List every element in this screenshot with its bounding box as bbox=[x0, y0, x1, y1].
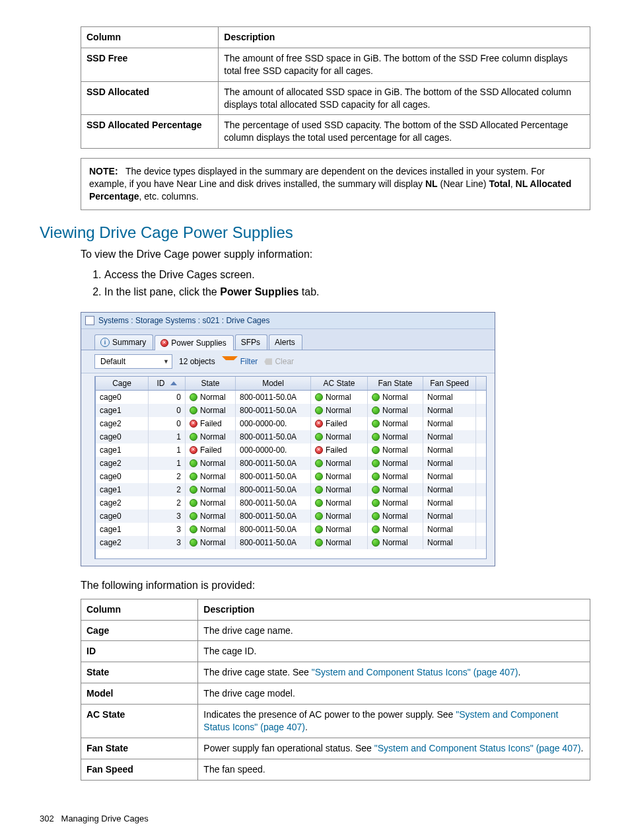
cell-fan-state: Normal bbox=[368, 443, 423, 457]
cell-ac-state: Normal bbox=[311, 391, 368, 404]
note-label: NOTE: bbox=[89, 166, 118, 176]
ok-icon bbox=[315, 393, 323, 401]
header-state: State bbox=[186, 377, 236, 390]
power-supply-grid: Cage ID State Model AC State Fan State F… bbox=[94, 376, 487, 559]
section-title: Viewing Drive Cage Power Supplies bbox=[40, 223, 590, 242]
cell-cage: cage2 bbox=[96, 417, 149, 430]
filter-icon bbox=[222, 356, 238, 367]
window-title-bar: Systems : Storage Systems : s021 : Drive… bbox=[81, 313, 495, 329]
info-icon: i bbox=[100, 338, 110, 347]
cell-fan-speed: Normal bbox=[423, 536, 476, 549]
ok-icon bbox=[190, 459, 197, 467]
link-status-icons[interactable]: "System and Component Status Icons" (pag… bbox=[374, 743, 581, 753]
chevron-down-icon: ▼ bbox=[163, 358, 169, 365]
grid-header[interactable]: Cage ID State Model AC State Fan State F… bbox=[96, 377, 486, 391]
table-row[interactable]: cage10Normal800-0011-50.0ANormalNormalNo… bbox=[96, 404, 486, 417]
cell-fan-speed: Normal bbox=[423, 523, 476, 536]
intro-paragraph: To view the Drive Cage power supply info… bbox=[81, 247, 590, 262]
table-row[interactable]: cage01Normal800-0011-50.0ANormalNormalNo… bbox=[96, 430, 486, 443]
cell-state: Normal bbox=[186, 536, 236, 549]
cell-state: Normal bbox=[186, 404, 236, 417]
cell-ac-state: Normal bbox=[311, 536, 368, 549]
error-icon bbox=[190, 446, 197, 454]
tab-summary[interactable]: iSummary bbox=[94, 334, 153, 350]
tab-power-supplies[interactable]: Power Supplies bbox=[155, 335, 233, 350]
cell-state: Normal bbox=[186, 483, 236, 496]
cell-cage: cage1 bbox=[96, 483, 149, 496]
table-row[interactable]: cage20Failed000-0000-00.FailedNormalNorm… bbox=[96, 417, 486, 430]
cell-cage: cage0 bbox=[96, 391, 149, 404]
ok-icon bbox=[372, 393, 380, 401]
table-row[interactable]: cage23Normal800-0011-50.0ANormalNormalNo… bbox=[96, 536, 486, 549]
cell-state: Normal bbox=[186, 391, 236, 404]
table-row[interactable]: cage02Normal800-0011-50.0ANormalNormalNo… bbox=[96, 470, 486, 483]
tab-sfps[interactable]: SFPs bbox=[235, 334, 267, 350]
cell-fan-speed: Normal bbox=[423, 443, 476, 457]
header-fan-state: Fan State bbox=[368, 377, 423, 390]
step-1: Access the Drive Cages screen. bbox=[104, 267, 590, 283]
table-row[interactable]: cage11Failed000-0000-00.FailedNormalNorm… bbox=[96, 443, 486, 457]
clear-button[interactable]: Clear bbox=[264, 357, 294, 366]
ssd-columns-table: Column Description SSD FreeThe amount of… bbox=[81, 26, 590, 149]
cell-id: 2 bbox=[149, 496, 186, 510]
ok-icon bbox=[372, 512, 380, 520]
cell-model: 800-0011-50.0A bbox=[236, 496, 311, 510]
cell-id: 1 bbox=[149, 457, 186, 470]
ok-icon bbox=[315, 433, 323, 441]
ok-icon bbox=[372, 459, 380, 467]
cell-ac-state: Normal bbox=[311, 523, 368, 536]
cell-fan-speed: Normal bbox=[423, 470, 476, 483]
ok-icon bbox=[372, 486, 380, 494]
cell-fan-state: Normal bbox=[368, 430, 423, 443]
cell-state: Normal bbox=[186, 523, 236, 536]
cell-state: Failed bbox=[186, 443, 236, 457]
tab-alerts[interactable]: Alerts bbox=[269, 334, 302, 350]
table-row: Fan SpeedThe fan speed. bbox=[81, 759, 590, 780]
ok-icon bbox=[315, 486, 323, 494]
header-ac-state: AC State bbox=[311, 377, 368, 390]
ok-icon bbox=[372, 446, 380, 454]
filter-button[interactable]: Filter bbox=[222, 356, 258, 367]
cell-id: 0 bbox=[149, 391, 186, 404]
table-row[interactable]: cage12Normal800-0011-50.0ANormalNormalNo… bbox=[96, 483, 486, 496]
cell-model: 800-0011-50.0A bbox=[236, 470, 311, 483]
cell-cage: cage1 bbox=[96, 523, 149, 536]
cell-ac-state: Failed bbox=[311, 443, 368, 457]
ok-icon bbox=[372, 433, 380, 441]
cell-model: 800-0011-50.0A bbox=[236, 404, 311, 417]
cell-model: 000-0000-00. bbox=[236, 443, 311, 457]
table-row[interactable]: cage22Normal800-0011-50.0ANormalNormalNo… bbox=[96, 496, 486, 510]
error-icon bbox=[315, 446, 323, 454]
table-row[interactable]: cage13Normal800-0011-50.0ANormalNormalNo… bbox=[96, 523, 486, 536]
cell-fan-speed: Normal bbox=[423, 430, 476, 443]
footer-title: Managing Drive Cages bbox=[61, 814, 149, 823]
cell-id: 2 bbox=[149, 483, 186, 496]
page-number: 302 bbox=[40, 814, 54, 823]
error-icon bbox=[315, 420, 323, 428]
window-title: Systems : Storage Systems : s021 : Drive… bbox=[98, 316, 269, 325]
cell-state: Normal bbox=[186, 457, 236, 470]
cell-ac-state: Normal bbox=[311, 470, 368, 483]
ok-icon bbox=[315, 406, 323, 414]
cell-model: 800-0011-50.0A bbox=[236, 536, 311, 549]
view-selector[interactable]: Default▼ bbox=[94, 354, 172, 369]
steps-list: Access the Drive Cages screen. In the li… bbox=[81, 267, 590, 300]
link-status-icons[interactable]: "System and Component Status Icons" (pag… bbox=[312, 667, 518, 677]
table-row: SSD Allocated PercentageThe percentage o… bbox=[81, 115, 590, 149]
table-row[interactable]: cage21Normal800-0011-50.0ANormalNormalNo… bbox=[96, 457, 486, 470]
cell-ac-state: Failed bbox=[311, 417, 368, 430]
cell-fan-state: Normal bbox=[368, 536, 423, 549]
cell-id: 1 bbox=[149, 430, 186, 443]
cell-fan-speed: Normal bbox=[423, 510, 476, 523]
column-description-table: Column Description CageThe drive cage na… bbox=[81, 599, 590, 781]
table-row[interactable]: cage03Normal800-0011-50.0ANormalNormalNo… bbox=[96, 510, 486, 523]
cell-cage: cage1 bbox=[96, 443, 149, 457]
table-row: CageThe drive cage name. bbox=[81, 620, 590, 641]
cell-model: 800-0011-50.0A bbox=[236, 430, 311, 443]
page-footer: 302 Managing Drive Cages bbox=[40, 814, 590, 823]
cell-cage: cage2 bbox=[96, 457, 149, 470]
table-row: Fan StatePower supply fan operational st… bbox=[81, 738, 590, 759]
cell-id: 3 bbox=[149, 510, 186, 523]
table-row[interactable]: cage00Normal800-0011-50.0ANormalNormalNo… bbox=[96, 391, 486, 404]
cell-fan-state: Normal bbox=[368, 470, 423, 483]
